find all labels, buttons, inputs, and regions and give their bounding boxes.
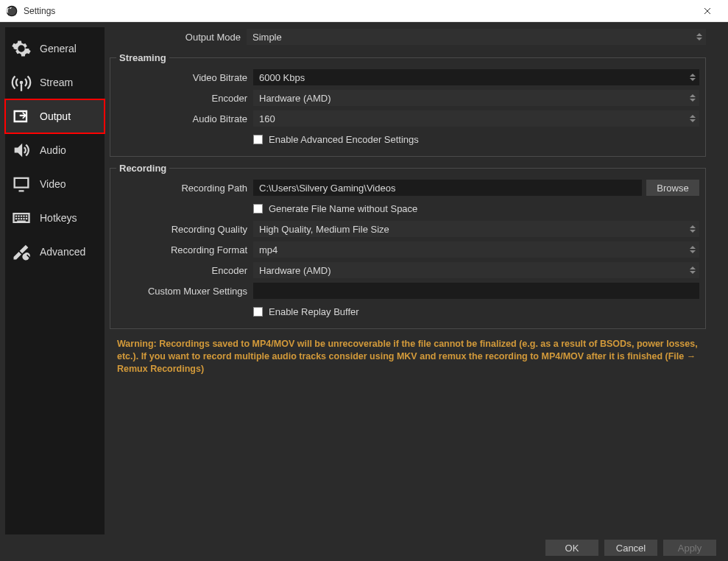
spinner-arrows-icon [688,242,698,257]
checkbox-icon [253,204,263,214]
svg-point-1 [7,7,16,15]
recording-quality-select[interactable]: High Quality, Medium File Size [253,221,699,237]
sidebar-item-advanced[interactable]: Advanced [5,235,105,269]
recording-path-label: Recording Path [116,183,247,194]
sidebar-item-stream[interactable]: Stream [5,66,105,99]
sidebar-item-label: General [40,43,77,54]
spinner-arrows-icon [688,111,698,126]
generate-filename-no-space-checkbox[interactable]: Generate File Name without Space [253,203,699,214]
sidebar-item-audio[interactable]: Audio [5,133,105,167]
custom-muxer-label: Custom Muxer Settings [116,286,247,297]
keyboard-icon [10,207,32,229]
recording-legend: Recording [116,163,169,174]
enable-replay-buffer-checkbox[interactable]: Enable Replay Buffer [253,306,699,317]
vertical-scrollbar[interactable] [710,27,722,534]
sidebar-item-label: Audio [40,144,66,156]
broadcast-icon [10,71,32,94]
audio-bitrate-label: Audio Bitrate [116,113,247,124]
custom-muxer-input[interactable] [253,283,699,299]
browse-button[interactable]: Browse [646,180,699,196]
sidebar-item-general[interactable]: General [5,32,105,66]
spinner-arrows-icon [688,70,698,85]
recording-format-label: Recording Format [116,244,247,255]
spinner-arrows-icon [688,91,698,105]
sidebar-item-output[interactable]: Output [5,99,105,133]
spinner-arrows-icon [694,29,704,44]
output-mode-label: Output Mode [110,32,241,43]
checkbox-icon [253,135,263,144]
cancel-button[interactable]: Cancel [604,540,657,556]
video-bitrate-input[interactable]: 6000 Kbps [253,69,699,85]
ok-button[interactable]: OK [545,540,598,556]
streaming-group: Streaming Video Bitrate 6000 Kbps Encode… [110,52,706,157]
spinner-arrows-icon [688,222,698,236]
spinner-arrows-icon [688,263,698,278]
tools-icon [10,241,32,263]
client-area: General Stream Output Audio Video [0,22,728,561]
streaming-encoder-label: Encoder [116,93,247,104]
monitor-icon [10,173,32,195]
obs-logo-icon [6,5,18,17]
sidebar-item-label: Advanced [40,246,85,258]
sidebar-item-label: Stream [40,77,73,88]
close-button[interactable] [693,0,722,22]
dialog-footer: OK Cancel Apply [0,534,728,561]
sidebar-item-hotkeys[interactable]: Hotkeys [5,201,105,235]
recording-encoder-select[interactable]: Hardware (AMD) [253,262,699,278]
checkbox-icon [253,307,263,317]
sidebar-item-label: Video [40,178,66,190]
gear-icon [10,38,32,60]
output-mode-value: Simple [252,32,282,43]
recording-format-select[interactable]: mp4 [253,241,699,258]
video-bitrate-label: Video Bitrate [116,72,247,83]
mp4-warning-text: Warning: Recordings saved to MP4/MOV wil… [110,335,706,375]
recording-group: Recording Recording Path C:\Users\Silver… [110,163,706,329]
audio-bitrate-select[interactable]: 160 [253,110,699,127]
sidebar-item-label: Hotkeys [40,212,77,224]
recording-encoder-label: Encoder [116,265,247,276]
streaming-legend: Streaming [116,52,169,63]
apply-button[interactable]: Apply [663,540,716,556]
enable-advanced-encoder-checkbox[interactable]: Enable Advanced Encoder Settings [253,134,699,145]
output-icon [10,105,32,127]
recording-path-input[interactable]: C:\Users\Silvery Gaming\Videos [253,180,642,196]
settings-sidebar: General Stream Output Audio Video [5,27,105,534]
output-mode-row: Output Mode Simple [110,27,706,46]
settings-content: Output Mode Simple Streaming Video Bitra… [110,27,706,534]
speaker-icon [10,139,32,161]
streaming-encoder-select[interactable]: Hardware (AMD) [253,90,699,106]
output-mode-select[interactable]: Simple [247,29,706,45]
window-title: Settings [24,6,693,16]
sidebar-item-video[interactable]: Video [5,167,105,201]
sidebar-item-label: Output [40,110,71,122]
settings-window: Settings General Stream Output [0,0,728,561]
titlebar: Settings [0,0,728,22]
recording-quality-label: Recording Quality [116,224,247,235]
